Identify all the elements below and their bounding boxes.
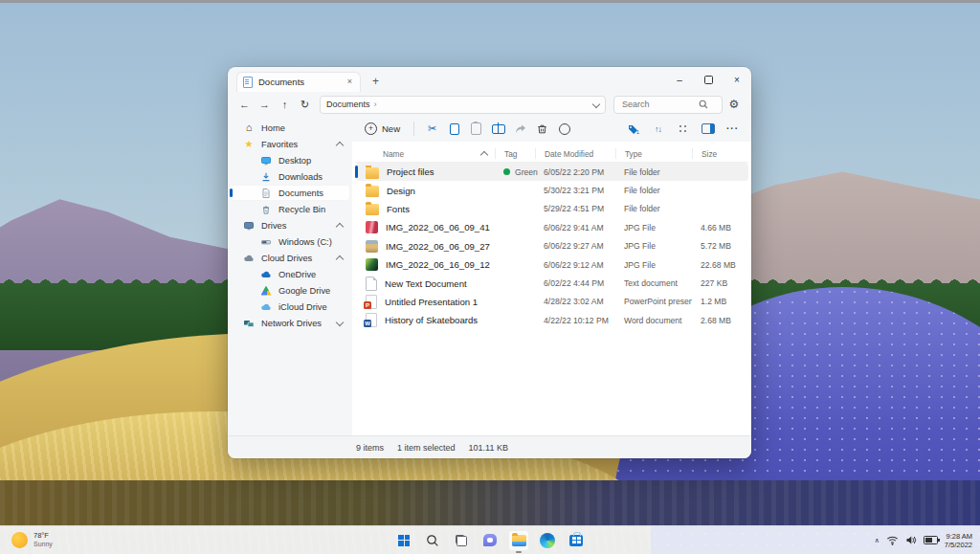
file-row-new-text-document[interactable]: New Text Document 6/02/22 4:44 PM Text d… — [355, 274, 748, 292]
file-row-fonts[interactable]: Fonts 5/29/22 4:51 PM File folder — [355, 200, 748, 218]
file-row-img-09-12[interactable]: IMG_2022_06_16_09_12 6/06/22 9:12 AM JPG… — [355, 255, 748, 274]
address-dropdown-icon[interactable] — [593, 100, 599, 109]
share-button[interactable] — [509, 119, 531, 139]
sidebar-item-icloud-drive[interactable]: iCloud Drive — [230, 299, 350, 315]
new-tab-button[interactable]: + — [368, 75, 383, 88]
paste-button[interactable] — [465, 119, 487, 139]
task-view-button[interactable] — [451, 530, 472, 551]
wifi-icon[interactable] — [886, 535, 899, 545]
chat-button[interactable] — [479, 530, 501, 551]
tag-button[interactable]: 1 — [622, 119, 644, 139]
store-icon — [569, 535, 583, 546]
close-button[interactable]: × — [723, 70, 751, 90]
status-bar: 9 items 1 item selected 101.11 KB — [228, 435, 751, 458]
sidebar-section-favorites[interactable]: ★ Favorites — [230, 136, 350, 152]
search-box[interactable] — [613, 96, 723, 114]
new-button[interactable]: + New — [358, 119, 407, 139]
cut-button[interactable]: ✂ — [421, 119, 443, 139]
column-header-size[interactable]: Size — [692, 148, 748, 159]
chat-icon — [483, 534, 497, 546]
navigation-bar: ← → ↑ ↻ Documents › ⚙ — [228, 93, 751, 116]
volume-icon[interactable] — [905, 535, 917, 545]
minimize-button[interactable]: – — [665, 70, 694, 90]
image-thumbnail-icon — [366, 221, 378, 233]
folder-icon — [366, 186, 379, 197]
sidebar-item-home[interactable]: ⌂ Home — [230, 120, 350, 136]
file-row-untitled-presentation[interactable]: PUntitled Presentation 1 4/28/22 3:02 AM… — [355, 293, 748, 311]
sort-button[interactable]: ↑↓ — [647, 119, 669, 139]
group-button[interactable] — [672, 119, 694, 139]
copy-button[interactable] — [443, 119, 465, 139]
file-row-project-files[interactable]: Project files Green 6/05/22 2:20 PM File… — [355, 163, 748, 181]
text-file-icon — [366, 277, 377, 291]
start-button[interactable] — [393, 530, 414, 551]
sidebar-item-downloads[interactable]: Downloads — [230, 168, 350, 185]
file-row-design[interactable]: Design 5/30/22 3:21 PM File folder — [355, 181, 748, 199]
taskbar: 78°F Sunny ∧ 9:28 AM 7/5/2022 — [0, 525, 980, 554]
image-thumbnail-icon — [366, 258, 378, 271]
settings-gear-icon[interactable]: ⚙ — [724, 98, 744, 111]
edge-button[interactable] — [537, 530, 558, 551]
column-header-type[interactable]: Type — [615, 148, 692, 159]
column-header-date[interactable]: Date Modified — [535, 148, 615, 159]
rename-button[interactable] — [487, 119, 509, 139]
sidebar-section-cloud-drives[interactable]: Cloud Drives — [230, 250, 350, 266]
up-button[interactable]: ↑ — [276, 96, 294, 113]
desktop-icon — [260, 155, 272, 166]
battery-icon[interactable] — [924, 536, 938, 544]
maximize-icon — [704, 76, 713, 84]
powerpoint-file-icon: P — [366, 295, 377, 309]
system-tray: ∧ 9:28 AM 7/5/2022 — [875, 526, 976, 554]
forward-button[interactable]: → — [256, 96, 274, 113]
files-app-window: Documents × + – × ← → ↑ ↻ Documents › — [228, 67, 751, 458]
details-pane-button[interactable] — [697, 119, 719, 139]
taskbar-clock[interactable]: 9:28 AM 7/5/2022 — [945, 532, 972, 549]
column-header-name[interactable]: Name — [355, 148, 495, 159]
trash-icon — [536, 122, 548, 135]
maximize-button[interactable] — [694, 70, 723, 90]
sidebar-item-windows-c[interactable]: Windows (C:) — [230, 233, 350, 250]
more-options-button[interactable]: ··· — [722, 119, 744, 139]
taskbar-search-button[interactable] — [422, 530, 443, 551]
weather-widget[interactable]: 78°F Sunny — [6, 526, 58, 554]
back-button[interactable]: ← — [235, 96, 254, 113]
address-bar[interactable]: Documents › — [320, 96, 606, 114]
sidebar-item-recycle-bin[interactable]: Recycle Bin — [230, 201, 350, 217]
delete-button[interactable] — [531, 119, 553, 139]
file-explorer-button[interactable] — [508, 530, 529, 551]
sidebar-item-desktop[interactable]: Desktop — [230, 152, 350, 168]
file-row-img-09-27[interactable]: IMG_2022_06_06_09_27 6/06/22 9:27 AM JPG… — [355, 237, 748, 255]
sidebar-item-documents[interactable]: Documents — [230, 185, 350, 201]
sidebar-item-onedrive[interactable]: OneDrive — [230, 266, 350, 282]
file-row-history-of-skateboards[interactable]: WHistory of Skateboards 4/22/22 10:12 PM… — [355, 311, 748, 329]
tray-overflow-chevron-icon[interactable]: ∧ — [875, 537, 880, 544]
chevron-up-icon[interactable] — [336, 255, 344, 262]
weather-condition: Sunny — [33, 541, 53, 548]
tab-close-icon[interactable]: × — [345, 76, 354, 88]
edge-browser-icon — [540, 533, 555, 548]
status-items-count: 9 items — [356, 443, 384, 453]
hard-drive-icon — [260, 236, 272, 248]
tab-documents[interactable]: Documents × — [236, 72, 361, 92]
sidebar-section-network-drives[interactable]: Network Drives — [230, 315, 350, 331]
green-tag-dot — [503, 168, 510, 175]
sidebar-item-google-drive[interactable]: Google Drive — [230, 282, 350, 299]
sidebar: ⌂ Home ★ Favorites Desktop Downloads — [228, 116, 352, 435]
file-row-img-09-41[interactable]: IMG_2022_06_06_09_41 6/06/22 9:41 AM JPG… — [355, 218, 748, 236]
chevron-up-icon[interactable] — [336, 222, 344, 230]
rename-icon — [492, 124, 505, 134]
sync-button[interactable] — [553, 119, 575, 139]
group-icon — [679, 124, 687, 133]
search-input[interactable] — [620, 99, 695, 110]
ellipsis-icon: ··· — [726, 123, 739, 134]
onedrive-icon — [260, 269, 272, 280]
breadcrumb[interactable]: Documents — [326, 100, 370, 109]
column-header-tag[interactable]: Tag — [495, 148, 535, 159]
documents-icon — [260, 188, 272, 199]
microsoft-store-button[interactable] — [566, 530, 587, 551]
refresh-button[interactable]: ↻ — [296, 96, 314, 113]
chevron-down-icon[interactable] — [336, 318, 344, 325]
status-size: 101.11 KB — [469, 443, 508, 453]
chevron-up-icon[interactable] — [336, 141, 344, 148]
sidebar-section-drives[interactable]: Drives — [230, 217, 350, 233]
